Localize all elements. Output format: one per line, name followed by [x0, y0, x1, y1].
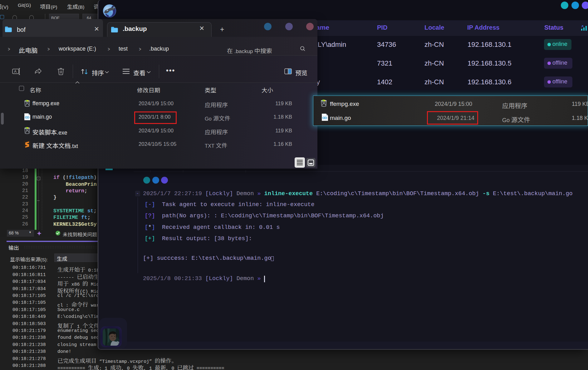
- svg-text:A: A: [14, 69, 17, 74]
